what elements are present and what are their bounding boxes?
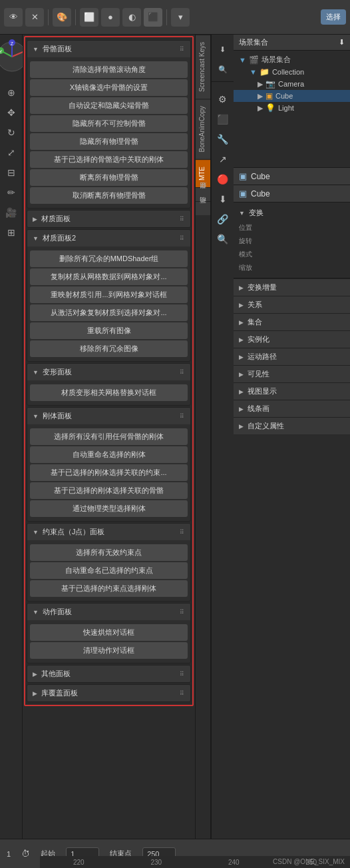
btn-hide-physics-bone[interactable]: 隐藏所有物理骨骼 bbox=[30, 133, 188, 150]
toolbar-icon-close[interactable]: ✕ bbox=[25, 8, 44, 27]
btn-remove-redundant-images[interactable]: 移除所有冗余图像 bbox=[30, 340, 188, 357]
prop-icon-particles[interactable]: 🔴 bbox=[214, 170, 232, 189]
btn-reload-images[interactable]: 重载所有图像 bbox=[30, 322, 188, 339]
sidebar-icon-scale[interactable]: ⤢ bbox=[3, 144, 20, 161]
instancing-row[interactable]: ▶ 实例化 bbox=[234, 330, 350, 348]
btn-auto-rename-joints[interactable]: 自动重命名已选择的约束点 bbox=[30, 562, 188, 579]
btn-auto-set-tip-bone[interactable]: 自动设定和隐藏尖端骨骼 bbox=[30, 97, 188, 114]
sidebar-icon-camera[interactable]: 🎥 bbox=[3, 204, 20, 221]
btn-select-by-physics-type[interactable]: 通过物理类型选择刚体 bbox=[30, 500, 188, 517]
prop-icon-tool[interactable]: ⚙ bbox=[214, 90, 232, 109]
scene-search-icon[interactable]: 🔍 bbox=[214, 60, 232, 79]
obj-name-cube[interactable]: Cube bbox=[251, 172, 270, 181]
prop-icon-constraints[interactable]: 🔗 bbox=[214, 210, 232, 228]
joint-panel-title: 约束点（J点）面板 bbox=[43, 527, 105, 537]
transform-panel-header[interactable]: ▼ 变形面板 ⠿ bbox=[27, 364, 190, 380]
overlay-panel-dots[interactable]: ⠿ bbox=[180, 690, 185, 697]
transform-section-header[interactable]: ▼ 变换 bbox=[239, 205, 345, 220]
rigid-panel-dots[interactable]: ⠿ bbox=[180, 413, 185, 420]
toolbar-icon-paint[interactable]: 🎨 bbox=[53, 8, 71, 27]
scene-filter-icon[interactable]: ⬇ bbox=[339, 38, 345, 47]
btn-select-related-joint[interactable]: 基于已选择的刚体选择关联的约束... bbox=[30, 464, 188, 481]
scene-dropdown-icon[interactable]: ⬇ bbox=[214, 40, 232, 59]
btn-replace-mesh-for-morph[interactable]: 材质变形相关网格替换对话框 bbox=[30, 384, 188, 401]
prop-icon-modifier[interactable]: 🔧 bbox=[214, 130, 232, 149]
joint-panel-header[interactable]: ▼ 约束点（J点）面板 ⠿ bbox=[27, 524, 190, 540]
sidebar-icon-transform[interactable]: ⊟ bbox=[3, 164, 20, 181]
filter-button[interactable]: 选择 bbox=[321, 9, 346, 25]
overlay-panel-header[interactable]: ▶ 库覆盖面板 ⠿ bbox=[27, 685, 190, 701]
other-panel-arrow: ▶ bbox=[33, 671, 37, 677]
rigid-panel-header[interactable]: ▼ 刚体面板 ⠿ bbox=[27, 408, 190, 424]
btn-select-invalid-joints[interactable]: 选择所有无效约束点 bbox=[30, 544, 188, 561]
btn-delete-redundant-shader[interactable]: 删除所有冗余的MMDShader组 bbox=[30, 250, 188, 267]
sidebar-icon-grid[interactable]: ⊞ bbox=[3, 224, 20, 241]
toolbar-icon-eye[interactable]: 👁 bbox=[4, 8, 23, 27]
motion-path-row[interactable]: ▶ 运动路径 bbox=[234, 348, 350, 365]
prop-icon-object[interactable]: ⬛ bbox=[214, 110, 232, 129]
toolbar-icon-render4[interactable]: ⬛ bbox=[144, 8, 162, 27]
material-panel-dots[interactable]: ⠿ bbox=[180, 216, 185, 222]
relation-row[interactable]: ▶ 关系 bbox=[234, 296, 350, 313]
tree-item-camera[interactable]: ▶ 📷 Camera bbox=[234, 78, 350, 90]
action-panel-header[interactable]: ▼ 动作面板 ⠿ bbox=[27, 604, 190, 620]
obj-name-cube2[interactable]: Cube bbox=[251, 189, 270, 199]
btn-bake-dialog[interactable]: 快速烘焙对话框 bbox=[30, 624, 188, 641]
sidebar-icon-move[interactable]: ✥ bbox=[3, 104, 20, 121]
btn-hide-uncontrollable[interactable]: 隐藏所有不可控制骨骼 bbox=[30, 115, 188, 132]
tree-item-collection[interactable]: ▼ 📁 Collection bbox=[234, 66, 350, 78]
btn-select-related-rigid[interactable]: 基于已选择的骨骼选中关联的刚体 bbox=[30, 151, 188, 168]
material-panel2-dots[interactable]: ⠿ bbox=[180, 235, 185, 242]
btn-cancel-disconnect-physics[interactable]: 取消断离所有物理骨骼 bbox=[30, 187, 188, 204]
btn-select-related-bone[interactable]: 基于已选择的刚体选择关联的骨骼 bbox=[30, 482, 188, 499]
tab-anim[interactable]: 动画 bbox=[196, 201, 210, 215]
transform-panel-dots[interactable]: ⠿ bbox=[180, 369, 185, 376]
material-panel-header[interactable]: ▶ 材质面板 ⠿ bbox=[27, 211, 190, 227]
scene-header: 场景集合 ⬇ bbox=[234, 35, 350, 51]
tree-item-scene[interactable]: ▼ 🎬 场景集合 bbox=[234, 53, 350, 66]
tab-create[interactable]: 创建 bbox=[196, 187, 210, 201]
mmd-panel-area[interactable]: ▼ 骨骼面板 ⠿ 清除选择骨骼滚动角度 X轴镜像选中骨骼的设置 自动设定和隐藏尖… bbox=[23, 35, 195, 839]
btn-disconnect-physics[interactable]: 断离所有物理骨骼 bbox=[30, 169, 188, 186]
mode-row: 模式 bbox=[239, 248, 345, 260]
prop-icon-object-data[interactable]: 🔍 bbox=[214, 230, 232, 248]
visibility-label: 可见性 bbox=[248, 369, 269, 379]
toolbar-icon-render1[interactable]: ⬜ bbox=[80, 8, 98, 27]
btn-copy-mat-mesh-to-obj[interactable]: 复制材质从网格数据到网格对象对... bbox=[30, 268, 188, 285]
other-panel-header[interactable]: ▶ 其他面板 ⠿ bbox=[27, 665, 190, 682]
overlay-panel-section: ▶ 库覆盖面板 ⠿ bbox=[27, 684, 191, 702]
tree-item-light[interactable]: ▶ 💡 Light bbox=[234, 102, 350, 114]
sidebar-icon-annotate[interactable]: ✏ bbox=[3, 184, 20, 201]
collection-row[interactable]: ▶ 集合 bbox=[234, 313, 350, 330]
btn-select-rigid-from-joint[interactable]: 基于已选择的约束点选择刚体 bbox=[30, 580, 188, 597]
lineart-row[interactable]: ▶ 线条画 bbox=[234, 400, 350, 417]
tab-mte[interactable]: MTE bbox=[196, 159, 210, 187]
tree-item-cube[interactable]: ▶ ▣ Cube bbox=[234, 90, 350, 102]
other-panel-dots[interactable]: ⠿ bbox=[180, 671, 185, 677]
toolbar-icon-render3[interactable]: ◐ bbox=[122, 8, 141, 27]
toolbar-icon-dropdown[interactable]: ▾ bbox=[171, 8, 190, 27]
btn-remap-mat-ref[interactable]: 重映射材质引用...到网格对象对话框 bbox=[30, 286, 188, 303]
tab-bone-anim-copy[interactable]: BoneAnimCopy bbox=[196, 99, 210, 159]
bone-panel-header[interactable]: ▼ 骨骼面板 ⠿ bbox=[27, 41, 190, 57]
joint-panel-dots[interactable]: ⠿ bbox=[180, 529, 185, 536]
prop-icon-physics[interactable]: ⬇ bbox=[214, 190, 232, 209]
viewport-display-row[interactable]: ▶ 视图显示 bbox=[234, 382, 350, 400]
btn-clear-bone-roll[interactable]: 清除选择骨骼滚动角度 bbox=[30, 61, 188, 78]
prop-icon-shader[interactable]: ↗ bbox=[214, 150, 232, 169]
sidebar-icon-rotate[interactable]: ↻ bbox=[3, 124, 20, 141]
delta-transform-row[interactable]: ▶ 变换增量 bbox=[234, 278, 350, 296]
btn-clean-action[interactable]: 清理动作对话框 bbox=[30, 642, 188, 659]
btn-select-unreferenced-rigid[interactable]: 选择所有没有引用任何骨骼的刚体 bbox=[30, 428, 188, 445]
sidebar-icon-cursor[interactable]: ⊕ bbox=[3, 84, 20, 101]
toolbar-icon-render2[interactable]: ● bbox=[101, 8, 120, 27]
tab-screencast-keys[interactable]: Screencast Keys bbox=[196, 35, 210, 99]
visibility-row[interactable]: ▶ 可见性 bbox=[234, 365, 350, 382]
bone-panel-dots[interactable]: ⠿ bbox=[180, 46, 185, 53]
material-panel2-header[interactable]: ▼ 材质面板2 ⠿ bbox=[27, 230, 190, 246]
btn-auto-rename-rigid[interactable]: 自动重命名选择的刚体 bbox=[30, 446, 188, 463]
btn-x-mirror-bone[interactable]: X轴镜像选中骨骼的设置 bbox=[30, 79, 188, 96]
action-panel-dots[interactable]: ⠿ bbox=[180, 609, 185, 616]
btn-copy-mat-from-active[interactable]: 从激活对象复制材质到选择对象对... bbox=[30, 304, 188, 321]
custom-props-row[interactable]: ▶ 自定义属性 bbox=[234, 417, 350, 434]
